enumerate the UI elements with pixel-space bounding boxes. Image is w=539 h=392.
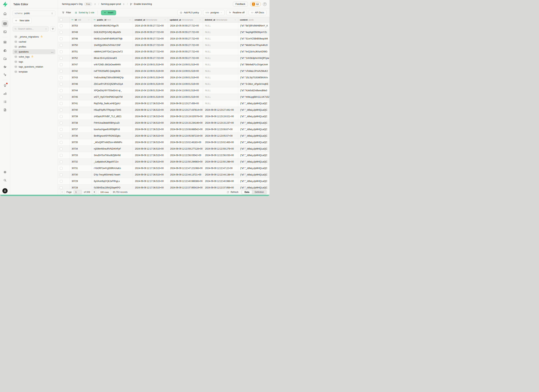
nav-sql-editor[interactable]: [2, 29, 8, 35]
cell-deleted_at[interactable]: NULL: [203, 94, 238, 100]
cell-updated_at[interactable]: 2024-09-09 12:22:59.277128+00: [168, 146, 203, 152]
cell-deleted_at[interactable]: 2024-09-09 12:22:44.138+00: [203, 172, 238, 178]
cell-content[interactable]: {"id":"_Id9aLyJpMHQLaiQC: [238, 107, 270, 113]
sort-button[interactable]: Sorted by 1 rule: [74, 11, 94, 14]
cell-deleted_at[interactable]: NULL: [203, 62, 238, 68]
cell-updated_at[interactable]: 2024-10-04 13:09:01.519+00: [168, 68, 203, 74]
cell-created_at[interactable]: 2024-10-05 00:55:27.722+00: [133, 42, 168, 48]
row-checkbox[interactable]: [60, 141, 63, 144]
cell-content[interactable]: {"id":"4wyNgK55lOfrpmYZc: [238, 29, 270, 35]
cell-public_id[interactable]: _l40sQIRTmMZfcm-MWMPs: [92, 139, 133, 145]
row-checkbox[interactable]: [60, 44, 63, 47]
row-checkbox[interactable]: [60, 186, 63, 189]
cell-id[interactable]: 30746: [70, 81, 92, 87]
role-select[interactable]: role postgres: [203, 10, 225, 15]
cell-created_at[interactable]: 2024-09-09 12:17:36.515+00: [133, 139, 168, 145]
cell-public_id[interactable]: _La6pddxcKJIbgufATJ1n: [92, 159, 133, 165]
cell-id[interactable]: 30734: [70, 146, 92, 152]
column-header-deleted_at[interactable]: deleted_attimestamptz: [203, 17, 238, 22]
row-checkbox[interactable]: [60, 167, 63, 170]
cell-created_at[interactable]: 2024-10-05 00:55:27.722+00: [133, 23, 168, 29]
row-checkbox[interactable]: [60, 102, 63, 105]
org-name[interactable]: farming-paper's Org: [62, 3, 82, 5]
supabase-logo-icon[interactable]: [2, 1, 8, 7]
column-header-id[interactable]: idint8: [70, 17, 92, 22]
column-header-created_at[interactable]: created_attimestamptz: [133, 17, 168, 22]
row-checkbox[interactable]: [60, 134, 63, 137]
cell-deleted_at[interactable]: 2024-09-09 12:23:02.463+00: [203, 139, 238, 145]
cell-created_at[interactable]: 2024-10-05 00:55:27.722+00: [133, 55, 168, 61]
row-checkbox[interactable]: [60, 70, 63, 72]
cell-content[interactable]: {"id":"5b7j5Pz9WHBNmY_A: [238, 23, 270, 29]
row-checkbox[interactable]: [60, 50, 63, 53]
cell-content[interactable]: {"id":"_Id9aLyJpMHQLaiQC: [238, 133, 270, 139]
plan-badge[interactable]: Free: [84, 2, 92, 6]
cell-updated_at[interactable]: 2024-09-09 12:22:44.13721+00: [168, 172, 203, 178]
nav-home[interactable]: [2, 10, 8, 17]
cell-updated_at[interactable]: 2024-10-04 13:09:01.519+00: [168, 62, 203, 68]
cell-updated_at[interactable]: 2024-09-09 12:22:47.221066+00: [168, 165, 203, 171]
cell-updated_at[interactable]: 2024-10-05 00:55:27.722+00: [168, 29, 203, 35]
cell-deleted_at[interactable]: NULL: [203, 68, 238, 74]
cell-public_id[interactable]: Be4KignzoK9YRGNI3Zgks: [92, 133, 133, 139]
cell-public_id[interactable]: bzwXazHgax6UIR58j6Fn3: [92, 126, 133, 133]
row-checkbox[interactable]: [60, 115, 63, 118]
previous-page-button[interactable]: [60, 190, 65, 194]
cell-created_at[interactable]: 2024-09-09 12:17:36.515+00: [133, 113, 168, 120]
cell-deleted_at[interactable]: 2024-09-09 12:23:27.441+00: [203, 107, 238, 113]
nav-realtime[interactable]: [2, 72, 8, 78]
tab-data[interactable]: Data: [242, 190, 252, 194]
cell-id[interactable]: 30735: [70, 139, 92, 145]
project-switcher-icon[interactable]: [123, 3, 125, 5]
cell-content[interactable]: {"id":"_Id9aLyJpMHQLaiQC: [238, 178, 270, 184]
cell-created_at[interactable]: 2024-10-04 13:09:01.519+00: [133, 87, 168, 94]
row-checkbox[interactable]: [60, 109, 63, 111]
cell-updated_at[interactable]: 2024-10-05 00:55:27.722+00: [168, 23, 203, 29]
cell-public_id[interactable]: nxFT002ISeRE-Qobg3K3k: [92, 68, 133, 74]
cell-public_id[interactable]: 3muDHTceTWso9IZj8hHNI: [92, 152, 133, 158]
cell-deleted_at[interactable]: NULL: [203, 42, 238, 48]
cell-updated_at[interactable]: 2024-09-09 12:22:37.955419+00: [168, 185, 203, 189]
cell-content[interactable]: {"id":"rtHbLpgB8V11LUK7152: [238, 94, 270, 100]
insert-button[interactable]: Insert: [101, 10, 116, 15]
row-checkbox[interactable]: [60, 148, 63, 150]
column-menu-icon[interactable]: [199, 19, 201, 21]
cell-content[interactable]: {"id":"_Id9aLyJpMHQLaiQC: [238, 146, 270, 152]
cell-id[interactable]: 30739: [70, 113, 92, 120]
cell-id[interactable]: 30737: [70, 126, 92, 133]
row-checkbox[interactable]: [60, 154, 63, 157]
cell-id[interactable]: 30750: [70, 42, 92, 48]
cell-content[interactable]: {"id":"_Id9aLyJpMHQLaiQC: [238, 120, 270, 126]
cell-created_at[interactable]: 2024-09-09 12:17:36.515+00: [133, 126, 168, 133]
nav-edge-functions[interactable]: [2, 63, 8, 70]
help-button[interactable]: ?: [263, 2, 267, 6]
cell-updated_at[interactable]: 2024-10-05 00:55:27.722+00: [168, 42, 203, 48]
page-number-input[interactable]: 1: [73, 190, 82, 194]
filter-button[interactable]: Filter: [62, 11, 71, 14]
nav-authentication[interactable]: [2, 47, 8, 54]
nav-search[interactable]: [2, 177, 8, 184]
sidebar-table-solve_logs[interactable]: solve_logs: [13, 54, 55, 59]
cell-updated_at[interactable]: 2024-10-05 00:55:27.722+00: [168, 36, 203, 42]
cell-id[interactable]: 30753: [70, 23, 92, 29]
cell-public_id[interactable]: NhXEo1Xw04FnB4RzWTNjb: [92, 36, 133, 42]
cell-deleted_at[interactable]: 2024-09-09 12:22:56.033+00: [203, 152, 238, 158]
cell-id[interactable]: 30749: [70, 29, 92, 35]
cell-created_at[interactable]: 2024-09-09 12:17:36.515+00: [133, 107, 168, 113]
cell-deleted_at[interactable]: 2024-09-09 12:22:40.988+00: [203, 178, 238, 184]
cell-updated_at[interactable]: 2024-09-09 12:23:19.020076+00: [168, 113, 203, 120]
cell-deleted_at[interactable]: 2024-09-09 12:22:50.298+00: [203, 159, 238, 165]
cell-id[interactable]: 30744: [70, 87, 92, 94]
sidebar-filter-button[interactable]: [50, 26, 55, 31]
nav-api-docs[interactable]: [2, 107, 8, 113]
cell-content[interactable]: {"id":"_Id9aLyJpMHQLaiQC: [238, 126, 270, 133]
row-checkbox[interactable]: [60, 31, 63, 34]
sidebar-table-tags_questions_relation[interactable]: tags_questions_relation: [13, 64, 55, 69]
cell-content[interactable]: {"id":"_Id9aLyJpMHQLaiQC: [238, 172, 270, 178]
cell-updated_at[interactable]: 2024-09-09 12:22:50.294983+00: [168, 159, 203, 165]
cell-id[interactable]: 30736: [70, 133, 92, 139]
cell-created_at[interactable]: 2024-09-09 12:17:36.515+00: [133, 146, 168, 152]
cell-public_id[interactable]: xrETl_HyGY0mPMGVqtOTM: [92, 94, 133, 100]
cell-created_at[interactable]: 2024-09-09 12:17:36.515+00: [133, 185, 168, 189]
nav-settings[interactable]: [2, 169, 8, 176]
